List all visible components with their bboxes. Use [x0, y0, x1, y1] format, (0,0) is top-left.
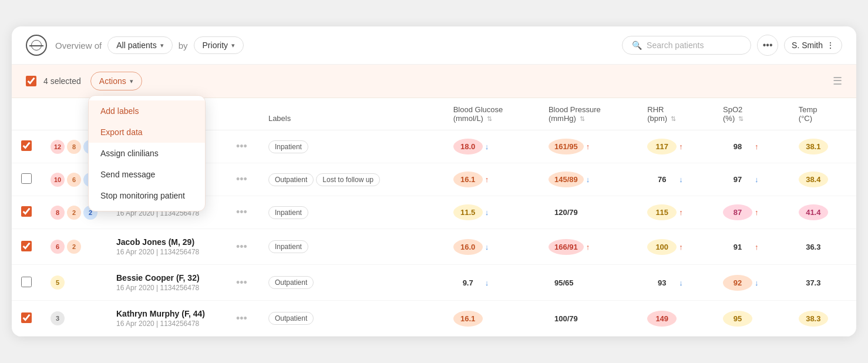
spo2-cell: 87↑ [723, 204, 780, 220]
label-chip: Outpatient [268, 173, 314, 186]
row-checkbox[interactable] [21, 140, 32, 151]
blood-glucose-cell: 18.0↓ [453, 139, 530, 154]
bp-value: 166/91 [549, 239, 584, 255]
arrow-down-icon: ↓ [485, 208, 489, 217]
label-chip: Inpatient [268, 240, 308, 253]
temp-value: 38.1 [799, 139, 828, 154]
arrow-down-icon: ↓ [679, 175, 683, 184]
rhr-value: 149 [647, 311, 677, 327]
priority-dropdown[interactable]: Priority ▾ [194, 36, 244, 54]
sort-icon[interactable]: ⇅ [738, 115, 743, 122]
bg-value: 16.1 [453, 311, 483, 327]
spo2-value: 98 [723, 139, 752, 154]
priority-badge: 10 [51, 173, 65, 187]
row-more-button[interactable]: ••• [234, 277, 250, 288]
header-right: 🔍 Search patients ••• S. Smith ⋮ [622, 35, 842, 56]
logo-icon [26, 35, 47, 56]
sort-icon[interactable]: ⇅ [487, 115, 492, 122]
rhr-cell: 117↑ [647, 139, 704, 154]
priority-badge: 3 [51, 311, 65, 325]
overview-text: Overview of [55, 41, 102, 51]
priority-badges: 62 [51, 240, 97, 254]
row-checkbox[interactable] [21, 241, 32, 251]
arrow-up-icon: ↑ [755, 142, 759, 151]
all-patients-dropdown[interactable]: All patients ▾ [107, 36, 172, 54]
patient-name: Jacob Jones (M, 29) [116, 237, 215, 247]
spo2-cell: 95 [723, 311, 780, 327]
arrow-down-icon: ↓ [755, 175, 759, 184]
label-chip: Outpatient [268, 276, 314, 289]
sort-icon[interactable]: ⇅ [671, 115, 676, 122]
column-settings-icon[interactable]: ☰ [833, 75, 842, 88]
table-row: 62Jacob Jones (M, 29)16 Apr 2020 | 11342… [12, 229, 856, 265]
arrow-up-icon: ↑ [755, 208, 759, 217]
col-blood-pressure: Blood Pressure(mmHg) ⇅ [539, 98, 638, 130]
user-menu[interactable]: S. Smith ⋮ [784, 36, 842, 54]
row-more-button[interactable]: ••• [234, 206, 250, 218]
row-checkbox[interactable] [21, 312, 32, 323]
dropdown-item-stop-monitoring[interactable]: Stop monitoring patient [89, 185, 205, 206]
more-icon: ••• [763, 40, 773, 51]
blood-glucose-cell: 9.7↓ [453, 275, 530, 291]
label-chip: Lost to follow up [316, 173, 380, 186]
blood-pressure-cell: 95/65 [549, 275, 628, 291]
temp-value: 37.3 [799, 275, 828, 291]
chevron-down-icon: ▾ [231, 42, 235, 49]
col-checkbox [12, 98, 41, 130]
priority-badge: 6 [51, 240, 65, 254]
spo2-value: 91 [723, 239, 752, 255]
table-wrapper: 4 selected Actions ▾ Add labels Export d… [12, 65, 856, 337]
temp-value: 38.4 [799, 172, 828, 187]
blood-pressure-cell: 145/89↓ [549, 172, 628, 187]
priority-badges: 5 [51, 275, 97, 290]
blood-pressure-cell: 100/79 [549, 311, 628, 327]
chevron-down-icon: ▾ [160, 42, 164, 49]
rhr-value: 117 [647, 139, 677, 154]
row-checkbox[interactable] [21, 206, 32, 217]
search-box[interactable]: 🔍 Search patients [622, 36, 751, 55]
more-options-button[interactable]: ••• [757, 35, 778, 56]
spo2-cell: 98↑ [723, 139, 780, 154]
label-chip: Inpatient [268, 140, 308, 153]
arrow-down-icon: ↓ [485, 243, 489, 251]
patient-meta: 16 Apr 2020 | 1134256478 [116, 284, 215, 292]
dropdown-item-assign-clinilians[interactable]: Assign clinilians [89, 143, 205, 164]
col-blood-glucose: Blood Glucose(mmol/L) ⇅ [444, 98, 539, 130]
row-more-button[interactable]: ••• [234, 140, 250, 152]
spo2-cell: 91↑ [723, 239, 780, 255]
priority-badges: 3 [51, 311, 97, 325]
col-actions [224, 98, 259, 130]
sort-icon[interactable]: ⇅ [580, 115, 585, 122]
blood-glucose-cell: 16.1↑ [453, 172, 530, 187]
row-checkbox[interactable] [21, 173, 32, 184]
dropdown-item-export-data[interactable]: Export data [89, 122, 205, 143]
arrow-up-icon: ↑ [679, 208, 683, 217]
search-placeholder: Search patients [647, 41, 704, 50]
priority-badge: 5 [51, 275, 65, 290]
blood-glucose-cell: 11.5↓ [453, 204, 530, 220]
temp-value: 36.3 [799, 239, 828, 255]
spo2-value: 87 [723, 204, 752, 220]
priority-badge: 2 [67, 206, 81, 220]
row-more-button[interactable]: ••• [234, 312, 250, 324]
blood-pressure-cell: 120/79 [549, 204, 628, 220]
arrow-down-icon: ↓ [485, 278, 489, 287]
bg-value: 16.1 [453, 172, 483, 187]
all-patients-label: All patients [116, 41, 156, 50]
spo2-cell: 97↓ [723, 172, 780, 187]
col-temp: Temp(°C) [789, 98, 856, 130]
row-checkbox[interactable] [21, 277, 32, 287]
dropdown-item-add-labels[interactable]: Add labels [89, 100, 205, 122]
table-row: 5Bessie Cooper (F, 32)16 Apr 2020 | 1134… [12, 265, 856, 301]
row-more-button[interactable]: ••• [234, 173, 250, 185]
actions-button[interactable]: Actions ▾ [90, 72, 142, 90]
user-menu-icon: ⋮ [826, 41, 835, 50]
arrow-up-icon: ↑ [679, 243, 683, 251]
dropdown-item-send-message[interactable]: Send message [89, 164, 205, 185]
bp-value: 161/95 [549, 139, 584, 154]
row-more-button[interactable]: ••• [234, 241, 250, 253]
actions-label: Actions [99, 76, 126, 86]
priority-badge: 12 [51, 140, 65, 154]
select-all-checkbox[interactable] [26, 76, 36, 86]
arrow-up-icon: ↑ [586, 142, 590, 151]
